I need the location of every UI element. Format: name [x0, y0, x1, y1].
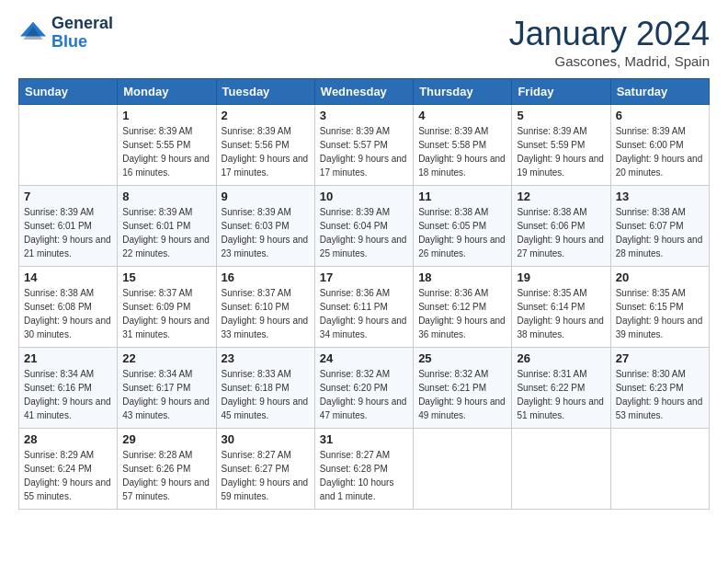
- day-info: Sunrise: 8:39 AMSunset: 6:04 PMDaylight:…: [320, 205, 408, 260]
- day-cell: 3Sunrise: 8:39 AMSunset: 5:57 PMDaylight…: [314, 105, 413, 186]
- day-cell: 13Sunrise: 8:38 AMSunset: 6:07 PMDayligh…: [610, 186, 709, 267]
- calendar-table: SundayMondayTuesdayWednesdayThursdayFrid…: [18, 78, 710, 510]
- day-number: 13: [616, 190, 704, 203]
- day-info: Sunrise: 8:28 AMSunset: 6:26 PMDaylight:…: [122, 448, 210, 503]
- day-info: Sunrise: 8:39 AMSunset: 6:01 PMDaylight:…: [24, 205, 112, 260]
- day-info: Sunrise: 8:27 AMSunset: 6:27 PMDaylight:…: [222, 448, 310, 503]
- week-row-2: 7Sunrise: 8:39 AMSunset: 6:01 PMDaylight…: [19, 186, 710, 267]
- day-info: Sunrise: 8:38 AMSunset: 6:05 PMDaylight:…: [418, 205, 506, 260]
- day-cell: 4Sunrise: 8:39 AMSunset: 5:58 PMDaylight…: [414, 105, 512, 186]
- day-cell: 30Sunrise: 8:27 AMSunset: 6:27 PMDayligh…: [216, 429, 314, 510]
- day-cell: 1Sunrise: 8:39 AMSunset: 5:55 PMDaylight…: [118, 105, 216, 186]
- day-number: 1: [122, 109, 210, 122]
- logo-line2: Blue: [51, 33, 113, 52]
- day-number: 24: [320, 351, 408, 365]
- day-cell: 16Sunrise: 8:37 AMSunset: 6:10 PMDayligh…: [216, 267, 314, 348]
- day-info: Sunrise: 8:33 AMSunset: 6:18 PMDaylight:…: [222, 367, 310, 422]
- column-header-thursday: Thursday: [414, 79, 512, 105]
- day-info: Sunrise: 8:39 AMSunset: 5:57 PMDaylight:…: [320, 124, 408, 179]
- day-cell: 9Sunrise: 8:39 AMSunset: 6:03 PMDaylight…: [216, 186, 314, 267]
- day-number: 22: [122, 351, 210, 365]
- day-cell: [19, 105, 118, 186]
- day-info: Sunrise: 8:27 AMSunset: 6:28 PMDaylight:…: [320, 448, 408, 503]
- day-number: 31: [320, 432, 408, 446]
- day-info: Sunrise: 8:38 AMSunset: 6:08 PMDaylight:…: [24, 286, 112, 341]
- day-cell: 8Sunrise: 8:39 AMSunset: 6:01 PMDaylight…: [118, 186, 216, 267]
- day-cell: 23Sunrise: 8:33 AMSunset: 6:18 PMDayligh…: [216, 348, 314, 429]
- day-cell: 18Sunrise: 8:36 AMSunset: 6:12 PMDayligh…: [414, 267, 512, 348]
- day-cell: 29Sunrise: 8:28 AMSunset: 6:26 PMDayligh…: [118, 429, 216, 510]
- day-number: 15: [122, 270, 210, 284]
- week-row-5: 28Sunrise: 8:29 AMSunset: 6:24 PMDayligh…: [19, 429, 710, 510]
- column-header-tuesday: Tuesday: [216, 79, 314, 105]
- day-cell: 6Sunrise: 8:39 AMSunset: 6:00 PMDaylight…: [610, 105, 709, 186]
- day-cell: [610, 429, 709, 510]
- day-info: Sunrise: 8:35 AMSunset: 6:14 PMDaylight:…: [517, 286, 605, 341]
- day-number: 16: [222, 270, 310, 284]
- day-info: Sunrise: 8:39 AMSunset: 5:56 PMDaylight:…: [222, 124, 310, 179]
- day-number: 26: [517, 351, 605, 365]
- location: Gascones, Madrid, Spain: [509, 53, 710, 69]
- day-cell: 15Sunrise: 8:37 AMSunset: 6:09 PMDayligh…: [118, 267, 216, 348]
- day-number: 11: [418, 190, 506, 203]
- day-cell: 24Sunrise: 8:32 AMSunset: 6:20 PMDayligh…: [314, 348, 413, 429]
- day-cell: [414, 429, 512, 510]
- day-number: 3: [320, 109, 408, 122]
- day-info: Sunrise: 8:32 AMSunset: 6:20 PMDaylight:…: [320, 367, 408, 422]
- month-title: January 2024: [509, 15, 710, 53]
- day-number: 5: [517, 109, 605, 122]
- day-cell: 14Sunrise: 8:38 AMSunset: 6:08 PMDayligh…: [19, 267, 118, 348]
- day-cell: 10Sunrise: 8:39 AMSunset: 6:04 PMDayligh…: [314, 186, 413, 267]
- day-info: Sunrise: 8:35 AMSunset: 6:15 PMDaylight:…: [616, 286, 704, 341]
- day-info: Sunrise: 8:37 AMSunset: 6:10 PMDaylight:…: [222, 286, 310, 341]
- day-cell: 28Sunrise: 8:29 AMSunset: 6:24 PMDayligh…: [19, 429, 118, 510]
- day-cell: 12Sunrise: 8:38 AMSunset: 6:06 PMDayligh…: [512, 186, 610, 267]
- day-number: 12: [517, 190, 605, 203]
- day-info: Sunrise: 8:39 AMSunset: 5:58 PMDaylight:…: [418, 124, 506, 179]
- day-number: 30: [222, 432, 310, 446]
- column-header-sunday: Sunday: [19, 79, 118, 105]
- day-number: 6: [616, 109, 704, 122]
- day-number: 14: [24, 270, 112, 284]
- day-info: Sunrise: 8:38 AMSunset: 6:06 PMDaylight:…: [517, 205, 605, 260]
- day-number: 20: [616, 270, 704, 284]
- day-info: Sunrise: 8:38 AMSunset: 6:07 PMDaylight:…: [616, 205, 704, 260]
- day-cell: [512, 429, 610, 510]
- day-number: 2: [222, 109, 310, 122]
- day-number: 28: [24, 432, 112, 446]
- day-cell: 2Sunrise: 8:39 AMSunset: 5:56 PMDaylight…: [216, 105, 314, 186]
- week-row-1: 1Sunrise: 8:39 AMSunset: 5:55 PMDaylight…: [19, 105, 710, 186]
- day-info: Sunrise: 8:30 AMSunset: 6:23 PMDaylight:…: [616, 367, 704, 422]
- day-info: Sunrise: 8:36 AMSunset: 6:11 PMDaylight:…: [320, 286, 408, 341]
- day-info: Sunrise: 8:34 AMSunset: 6:16 PMDaylight:…: [24, 367, 112, 422]
- day-cell: 19Sunrise: 8:35 AMSunset: 6:14 PMDayligh…: [512, 267, 610, 348]
- day-number: 23: [222, 351, 310, 365]
- day-info: Sunrise: 8:29 AMSunset: 6:24 PMDaylight:…: [24, 448, 112, 503]
- day-cell: 27Sunrise: 8:30 AMSunset: 6:23 PMDayligh…: [610, 348, 709, 429]
- day-info: Sunrise: 8:34 AMSunset: 6:17 PMDaylight:…: [122, 367, 210, 422]
- day-cell: 5Sunrise: 8:39 AMSunset: 5:59 PMDaylight…: [512, 105, 610, 186]
- column-header-friday: Friday: [512, 79, 610, 105]
- day-info: Sunrise: 8:39 AMSunset: 6:01 PMDaylight:…: [122, 205, 210, 260]
- column-header-monday: Monday: [118, 79, 216, 105]
- column-header-saturday: Saturday: [610, 79, 709, 105]
- day-number: 29: [122, 432, 210, 446]
- day-cell: 17Sunrise: 8:36 AMSunset: 6:11 PMDayligh…: [314, 267, 413, 348]
- day-cell: 11Sunrise: 8:38 AMSunset: 6:05 PMDayligh…: [414, 186, 512, 267]
- day-number: 25: [418, 351, 506, 365]
- logo-icon: [18, 20, 48, 46]
- day-number: 18: [418, 270, 506, 284]
- day-cell: 31Sunrise: 8:27 AMSunset: 6:28 PMDayligh…: [314, 429, 413, 510]
- day-info: Sunrise: 8:39 AMSunset: 5:55 PMDaylight:…: [122, 124, 210, 179]
- day-info: Sunrise: 8:39 AMSunset: 6:03 PMDaylight:…: [222, 205, 310, 260]
- day-cell: 25Sunrise: 8:32 AMSunset: 6:21 PMDayligh…: [414, 348, 512, 429]
- day-cell: 21Sunrise: 8:34 AMSunset: 6:16 PMDayligh…: [19, 348, 118, 429]
- day-number: 7: [24, 190, 112, 203]
- day-number: 9: [222, 190, 310, 203]
- day-cell: 20Sunrise: 8:35 AMSunset: 6:15 PMDayligh…: [610, 267, 709, 348]
- day-info: Sunrise: 8:39 AMSunset: 6:00 PMDaylight:…: [616, 124, 704, 179]
- day-number: 10: [320, 190, 408, 203]
- week-row-4: 21Sunrise: 8:34 AMSunset: 6:16 PMDayligh…: [19, 348, 710, 429]
- day-cell: 22Sunrise: 8:34 AMSunset: 6:17 PMDayligh…: [118, 348, 216, 429]
- day-info: Sunrise: 8:31 AMSunset: 6:22 PMDaylight:…: [517, 367, 605, 422]
